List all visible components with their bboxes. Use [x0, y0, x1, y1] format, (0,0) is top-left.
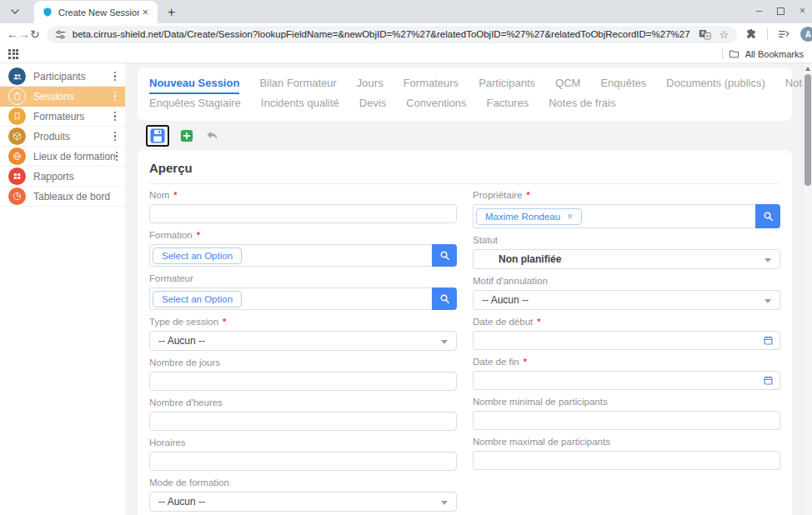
required-asterisk: *: [526, 190, 529, 200]
lookup-chip[interactable]: Maxime Rondeau×: [476, 208, 582, 225]
page-content: ParticipantsSessionsFormateursProduitsLi…: [0, 63, 812, 515]
statut-select[interactable]: Non planifiée: [473, 249, 780, 269]
lookup-chip[interactable]: Select an Option: [153, 291, 242, 308]
field-label: Date de fin*: [473, 357, 780, 367]
field-motif-d-annulation: Motif d'annulation-- Aucun --: [473, 276, 780, 310]
sidebar-item-tableaux-de-bord[interactable]: Tableaux de bord: [0, 187, 125, 207]
tab-participants[interactable]: Participants: [479, 77, 535, 94]
sidebar-item-lieux-de-formation[interactable]: Lieux de formation: [0, 147, 125, 167]
browser-tab[interactable]: Create New Session ×: [34, 1, 158, 23]
main-area: Nouveau SessionBilan FormateurJoursForma…: [125, 63, 802, 515]
tab-enquetes-stagiaire[interactable]: Enquêtes Stagiaire: [149, 97, 241, 112]
sidebar-item-rapports[interactable]: Rapports: [0, 167, 125, 187]
kebab-menu-icon[interactable]: [114, 72, 117, 82]
calendar-icon[interactable]: [763, 335, 774, 346]
motif-d-annulation-select[interactable]: -- Aucun --: [473, 290, 780, 310]
tab-search-chevron-icon[interactable]: [8, 4, 23, 19]
back-icon[interactable]: ←: [7, 28, 18, 41]
tab-bilan-formateur[interactable]: Bilan Formateur: [259, 77, 336, 94]
field-nombre-d-heures: Nombre d'heures: [149, 398, 457, 431]
select-value: -- Aucun --: [158, 496, 205, 508]
kebab-menu-icon[interactable]: [114, 92, 117, 102]
sidebar-item-label: Produits: [33, 131, 70, 142]
sidebar-item-formateurs[interactable]: Formateurs: [0, 107, 125, 127]
lookup-chip[interactable]: Select an Option: [153, 248, 242, 264]
type-de-session-select[interactable]: -- Aucun --: [149, 331, 457, 351]
tab-conventions[interactable]: Conventions: [406, 97, 466, 112]
date-de-fin-input[interactable]: [473, 371, 780, 390]
translate-icon[interactable]: A: [699, 28, 711, 41]
people-icon: [8, 68, 26, 85]
field-date-de-debut: Date de début*: [473, 317, 780, 350]
tab-formateurs[interactable]: Formateurs: [403, 77, 459, 94]
nombre-maximal-de-participants-input[interactable]: [473, 451, 780, 470]
window-close-button[interactable]: ×: [799, 5, 805, 17]
reload-icon[interactable]: ↻: [30, 28, 40, 41]
sidebar-item-label: Participants: [33, 71, 86, 82]
package-icon: [8, 128, 26, 145]
profile-avatar[interactable]: A: [800, 27, 812, 42]
tab-devis[interactable]: Devis: [359, 97, 387, 112]
forward-icon[interactable]: →: [18, 28, 30, 41]
tab-qcm[interactable]: QCM: [555, 77, 580, 94]
bookmarks-separator: [722, 48, 723, 60]
horaires-input[interactable]: [149, 452, 457, 471]
side-panel-icon[interactable]: [778, 29, 790, 39]
url-bar[interactable]: beta.cirrus-shield.net/Data/Create/Sessi…: [47, 26, 738, 43]
formateur-search-button[interactable]: [432, 288, 457, 310]
field-type-de-session: Type de session*-- Aucun --: [149, 317, 457, 351]
all-bookmarks-button[interactable]: All Bookmarks: [745, 49, 804, 59]
nombre-de-jours-input[interactable]: [149, 372, 457, 391]
tab-incidents-qualite[interactable]: Incidents qualité: [261, 97, 339, 112]
field-formation: Formation*Select an Option: [149, 230, 457, 267]
sidebar-item-sessions[interactable]: Sessions: [0, 87, 125, 107]
field-label: Propriétaire*: [473, 190, 780, 200]
tabs-row-2: Enquêtes StagiaireIncidents qualitéDevis…: [149, 97, 780, 112]
tabs-card: Nouveau SessionBilan FormateurJoursForma…: [138, 68, 792, 121]
url-text[interactable]: beta.cirrus-shield.net/Data/Create/Sessi…: [73, 29, 690, 39]
nombre-d-heures-input[interactable]: [149, 412, 457, 431]
calendar-icon[interactable]: [763, 375, 774, 386]
formation-search-button[interactable]: [432, 244, 457, 267]
sidebar-item-participants[interactable]: Participants: [0, 67, 125, 87]
field-mode-de-formation: Mode de formation-- Aucun --: [149, 478, 457, 512]
formateur-lookup-input[interactable]: Select an Option: [149, 288, 432, 310]
formation-lookup-input[interactable]: Select an Option: [149, 244, 432, 267]
proprietaire-search-button[interactable]: [755, 204, 780, 228]
date-de-debut-input[interactable]: [473, 331, 780, 350]
extensions-puzzle-icon[interactable]: [745, 28, 757, 40]
field-label: Nombre maximal de participants: [473, 437, 780, 447]
sidebar-item-produits[interactable]: Produits: [0, 127, 125, 147]
tab-close-icon[interactable]: ×: [139, 6, 151, 18]
maximize-button[interactable]: [777, 8, 784, 15]
new-tab-button[interactable]: +: [168, 7, 175, 18]
minimize-button[interactable]: –: [756, 5, 762, 17]
save-button[interactable]: [146, 125, 169, 147]
undo-button[interactable]: [204, 129, 219, 142]
scrollbar-thumb[interactable]: [804, 74, 811, 186]
scrollbar-up-arrow[interactable]: [805, 67, 810, 71]
select-value: -- Aucun --: [482, 294, 529, 306]
tab-notes-de-frais[interactable]: Notes de frais: [549, 97, 615, 112]
tab-factures[interactable]: Factures: [487, 97, 529, 112]
tab-jours[interactable]: Jours: [357, 77, 383, 94]
apps-grid-icon[interactable]: [8, 49, 18, 59]
proprietaire-lookup-input[interactable]: Maxime Rondeau×: [473, 204, 755, 228]
field-nom: Nom*: [149, 190, 457, 223]
add-button[interactable]: [180, 129, 193, 142]
toolbar-separator: [767, 28, 768, 40]
nombre-minimal-de-participants-input[interactable]: [473, 411, 780, 430]
table-icon: [8, 168, 26, 185]
tab-documents-publics[interactable]: Documents (publics): [666, 77, 765, 94]
chip-remove-icon[interactable]: ×: [567, 212, 573, 221]
search-icon: [439, 250, 450, 261]
kebab-menu-icon[interactable]: [114, 112, 117, 122]
nom-input[interactable]: [149, 204, 457, 223]
kebab-menu-icon[interactable]: [114, 132, 117, 142]
mode-de-formation-select[interactable]: -- Aucun --: [149, 492, 457, 512]
tab-nouveau-session[interactable]: Nouveau Session: [149, 77, 239, 94]
kebab-menu-icon[interactable]: [116, 152, 118, 162]
tab-enquetes[interactable]: Enquêtes: [600, 77, 646, 94]
site-settings-icon[interactable]: [55, 29, 66, 40]
bookmark-star-icon[interactable]: ☆: [719, 28, 729, 41]
